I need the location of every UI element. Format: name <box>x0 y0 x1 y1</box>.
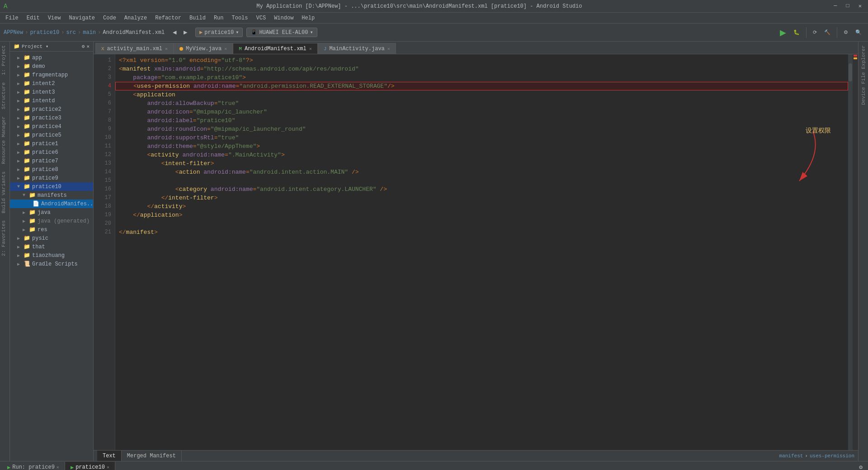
structure-panel-label[interactable]: Structure <box>0 79 9 113</box>
tree-item-gradle-scripts[interactable]: ▶ 📜 Gradle Scripts <box>10 260 93 268</box>
tab-close-manifest[interactable]: ✕ <box>309 46 312 52</box>
debug-button[interactable]: 🐛 <box>791 28 802 37</box>
menu-analyze[interactable]: Analyze <box>121 14 151 22</box>
tree-item-demo[interactable]: ▶ 📁 demo <box>10 62 93 71</box>
run-tab-pratice9[interactable]: ▶ Run: pratice9 ✕ <box>2 462 65 470</box>
breadcrumb-project: APPNew <box>4 29 23 36</box>
tree-item-pratice6[interactable]: ▶ 📁 pratice6 <box>10 148 93 157</box>
tree-item-pysic[interactable]: ▶ 📁 pysic <box>10 234 93 242</box>
tree-item-practice2[interactable]: ▶ 📁 practice2 <box>10 105 93 114</box>
run-config-selector[interactable]: ▶ pratice10 ▾ <box>195 28 243 37</box>
tab-mainactivity[interactable]: J MainActivity.java ✕ <box>318 43 396 54</box>
tab-activity-main[interactable]: X activity_main.xml ✕ <box>95 43 174 54</box>
tree-item-practice4[interactable]: ▶ 📁 practice4 <box>10 122 93 131</box>
tree-item-pratice9[interactable]: ▶ 📁 pratice9 <box>10 174 93 182</box>
tree-item-androidmanifest[interactable]: ▶ 📄 AndroidManifes... <box>10 199 93 208</box>
tree-item-manifests[interactable]: ▼ 📁 manifests <box>10 191 93 199</box>
tree-item-fragmentapp[interactable]: ▶ 📁 fragmentapp <box>10 71 93 79</box>
tree-item-pratice1[interactable]: ▶ 📁 pratice1 <box>10 139 93 148</box>
menu-code[interactable]: Code <box>99 14 120 22</box>
menu-window[interactable]: Window <box>270 14 297 22</box>
project-panel-label[interactable]: 1: Project <box>0 42 9 79</box>
tree-item-pratice8[interactable]: ▶ 📁 pratice8 <box>10 165 93 174</box>
tree-item-intent3[interactable]: ▶ 📁 intent3 <box>10 88 93 96</box>
run-icon: ▶ <box>7 464 10 470</box>
code-line-15 <box>119 176 844 185</box>
maximize-button[interactable]: □ <box>844 2 852 10</box>
code-line-16: <category android:name="android.intent.c… <box>119 185 844 194</box>
run-tab-pratice10[interactable]: ▶ pratice10 ✕ <box>65 462 115 470</box>
run-tab9-close[interactable]: ✕ <box>57 465 59 470</box>
code-line-5: ▼ <application <box>119 90 844 99</box>
status-uses-permission[interactable]: uses-permission <box>810 453 854 459</box>
resource-manager-label[interactable]: Resource Manager <box>0 113 9 168</box>
menu-tools[interactable]: Tools <box>228 14 252 22</box>
text-tab[interactable]: Text <box>97 451 122 461</box>
tab-label-myview: MyView.java <box>186 46 222 52</box>
tree-item-java[interactable]: ▶ 📁 java <box>10 208 93 217</box>
run-button[interactable]: ▶ <box>777 26 789 39</box>
tree-item-pratice7[interactable]: ▶ 📁 pratice7 <box>10 157 93 165</box>
breadcrumb-module: pratice10 <box>30 29 59 36</box>
tab-close-activity[interactable]: ✕ <box>165 46 168 52</box>
run-tab10-close[interactable]: ✕ <box>107 465 109 470</box>
settings-button[interactable]: ⚙ <box>841 28 851 37</box>
menu-file[interactable]: File <box>2 14 22 22</box>
forward-button[interactable]: ▶ <box>181 28 190 37</box>
sync-button[interactable]: ⟳ <box>810 28 820 37</box>
editor-section: X activity_main.xml ✕ MyView.java ✕ M An… <box>94 42 858 461</box>
menu-help[interactable]: Help <box>298 14 318 22</box>
menu-run[interactable]: Run <box>210 14 227 22</box>
editor-scrollbar[interactable] <box>848 54 853 450</box>
left-side-panels: 1: Project Structure Resource Manager Bu… <box>0 42 10 461</box>
tree-item-res[interactable]: ▶ 📁 res <box>10 225 93 234</box>
close-button[interactable]: ✕ <box>856 2 864 10</box>
right-side-panels: Device File Explorer <box>858 42 868 461</box>
device-selector[interactable]: 📱 HUAWEI ELE-AL00 ▾ <box>246 28 317 37</box>
tab-androidmanifest[interactable]: M AndroidManifest.xml ✕ <box>233 43 317 54</box>
breadcrumb-sep1: › <box>25 29 28 36</box>
line-numbers: 1 2 3 4 5 6 7 8 9 10 11 12 13 14 15 16 1 <box>94 54 115 450</box>
tree-item-intent2[interactable]: ▶ 📁 intent2 <box>10 79 93 88</box>
tree-item-java-generated[interactable]: ▶ 📁 java (generated) <box>10 217 93 225</box>
menu-edit[interactable]: Edit <box>23 14 43 22</box>
minimize-button[interactable]: — <box>831 2 840 10</box>
menu-navigate[interactable]: Navigate <box>65 14 99 22</box>
line-num-4: 4 <box>94 82 111 90</box>
line-num-9: 9 <box>94 125 111 133</box>
tree-item-intentd[interactable]: ▶ 📁 intentd <box>10 96 93 105</box>
run-settings-icon[interactable]: ⚙ <box>859 464 863 470</box>
build-button[interactable]: 🔨 <box>821 28 833 37</box>
tab-close-mainactivity[interactable]: ✕ <box>387 46 390 52</box>
main-toolbar: APPNew › pratice10 › src › main › Androi… <box>0 24 868 42</box>
panel-close-icon[interactable]: ✕ <box>86 43 90 49</box>
menu-build[interactable]: Build <box>186 14 209 22</box>
merged-manifest-tab[interactable]: Merged Manifest <box>122 451 182 461</box>
menu-view[interactable]: View <box>44 14 65 22</box>
tree-item-tiaozhuang[interactable]: ▶ 📁 tiaozhuang <box>10 251 93 260</box>
code-line-17: </intent-filter> <box>119 194 844 202</box>
tree-item-practice3[interactable]: ▶ 📁 practice3 <box>10 114 93 122</box>
title-bar-controls: — □ ✕ <box>831 2 864 10</box>
menu-vcs[interactable]: VCS <box>253 14 270 22</box>
build-variants-label[interactable]: Build Variants <box>0 168 9 217</box>
tab-close-myview[interactable]: ✕ <box>224 46 227 52</box>
menu-refactor[interactable]: Refactor <box>151 14 185 22</box>
line-num-21: 21 <box>94 228 111 237</box>
tree-item-app[interactable]: ▶ 📁 app <box>10 53 93 62</box>
tree-item-practice5[interactable]: ▶ 📁 practice5 <box>10 131 93 139</box>
scrollbar-thumb[interactable] <box>849 63 852 81</box>
title-bar: A My Application [D:\APPNew] - ...\prati… <box>0 0 868 13</box>
tree-item-that[interactable]: ▶ 📁 that <box>10 242 93 251</box>
device-file-explorer-label[interactable]: Device File Explorer <box>860 42 867 109</box>
line-num-6: 6 <box>94 99 111 108</box>
line-num-7: 7 <box>94 108 111 116</box>
tab-myview[interactable]: MyView.java ✕ <box>174 43 233 54</box>
favorites-label[interactable]: 2: Favorites <box>0 217 9 260</box>
panel-settings-icon[interactable]: ⚙ <box>82 43 85 49</box>
code-editor[interactable]: 1 2 3 4 5 6 7 8 9 10 11 12 13 14 15 16 1 <box>94 54 858 461</box>
tree-item-pratice10[interactable]: ▼ 📁 pratice10 <box>10 182 93 191</box>
search-toolbar-button[interactable]: 🔍 <box>853 28 864 37</box>
status-manifest[interactable]: manifest <box>779 453 803 459</box>
back-button[interactable]: ◀ <box>170 28 179 37</box>
